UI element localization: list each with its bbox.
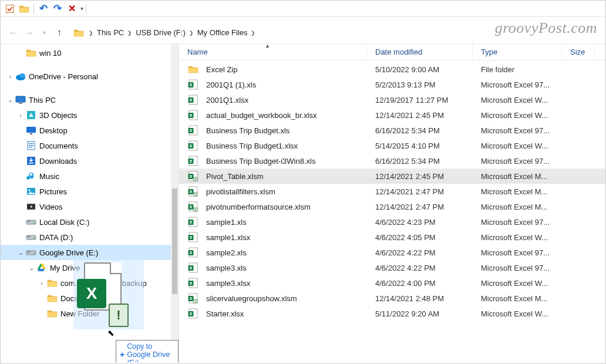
file-name: sample1.xls: [206, 218, 247, 227]
file-row[interactable]: sample1.xls4/6/2022 4:23 PMMicrosoft Exc…: [179, 214, 605, 230]
file-row[interactable]: pivotlistallfilters.xlsm12/14/2021 2:47 …: [179, 184, 605, 199]
file-type-cell: Microsoft Excel W...: [473, 233, 562, 242]
tree-item[interactable]: ›OneDrive - Personal: [1, 69, 171, 84]
folder-icon: [187, 63, 199, 75]
file-name: Business Trip Budget1.xlsx: [206, 141, 298, 150]
tree-item[interactable]: Local Disk (C:): [1, 214, 171, 230]
tree-expander-icon[interactable]: ›: [16, 112, 25, 119]
autosave-checkbox-icon[interactable]: [4, 3, 16, 15]
tree-item[interactable]: ⌄Google Drive (E:): [1, 245, 171, 260]
onedrive-icon: [15, 70, 26, 82]
toolbar-separator: [86, 4, 86, 14]
xls-icon: [187, 79, 199, 90]
file-row[interactable]: Business Trip Budget.xls6/16/2012 5:34 P…: [179, 123, 605, 138]
column-header-size[interactable]: Size: [562, 44, 595, 60]
undo-button[interactable]: ↶: [38, 3, 49, 15]
tree-item[interactable]: Downloads: [1, 153, 171, 168]
tree-item[interactable]: Pictures: [1, 184, 171, 199]
file-date-cell: 4/6/2022 4:23 PM: [367, 218, 473, 227]
file-name-cell: slicervaluegroupshow.xlsm: [179, 292, 367, 304]
tree-item[interactable]: Music: [1, 168, 171, 184]
documents-icon: [25, 140, 37, 151]
tree-item[interactable]: DATA (D:): [1, 230, 171, 245]
folder-icon: [46, 292, 58, 304]
file-row[interactable]: Business Trip Budget-i3Win8.xls6/16/2012…: [179, 153, 605, 168]
nav-up-button[interactable]: ↑: [52, 26, 66, 40]
file-name-cell: Excel Zip: [179, 63, 367, 75]
file-row[interactable]: pivotnumberformatsource.xlsm12/14/2021 2…: [179, 199, 605, 214]
file-type-cell: Microsoft Excel M...: [473, 172, 562, 181]
file-name: sample2.xls: [206, 248, 247, 257]
tree-item[interactable]: Desktop: [1, 123, 171, 138]
tree-expander-icon[interactable]: ⌄: [26, 264, 36, 272]
file-row[interactable]: Pivot_Table.xlsm12/14/2021 2:45 PMMicros…: [179, 168, 605, 184]
folder-icon: [46, 308, 58, 319]
file-row[interactable]: sample3.xlsx4/6/2022 4:00 PMMicrosoft Ex…: [179, 275, 605, 291]
file-row[interactable]: Excel Zip5/10/2022 9:00 AMFile folder: [179, 62, 605, 77]
delete-button[interactable]: ✕: [66, 3, 78, 15]
file-name: slicervaluegroupshow.xlsm: [206, 294, 297, 303]
tree-item[interactable]: ⌄My Drive: [1, 260, 171, 275]
customize-toolbar-chevron[interactable]: ▾: [80, 5, 83, 12]
tree-item[interactable]: New Folder: [1, 306, 171, 321]
tree-item[interactable]: ›3D Objects: [1, 107, 171, 123]
nav-history-chevron[interactable]: ▾: [37, 26, 51, 40]
music-icon: [25, 170, 37, 182]
breadcrumb-chevron-icon[interactable]: ❯: [251, 30, 255, 36]
file-row[interactable]: Starter.xlsx5/11/2022 9:20 AMMicrosoft E…: [179, 306, 605, 321]
file-row[interactable]: 2001Q1.xlsx12/19/2017 11:27 PMMicrosoft …: [179, 92, 605, 107]
column-header-date[interactable]: Date modified: [367, 44, 473, 60]
tree-expander-icon[interactable]: ⌄: [16, 249, 25, 257]
file-type-cell: Microsoft Excel 97...: [473, 248, 562, 257]
tree-expander-icon[interactable]: ⌄: [5, 96, 15, 104]
file-name-cell: sample1.xlsx: [179, 231, 367, 243]
xls-icon: [187, 155, 199, 167]
file-name: 2001Q1.xlsx: [206, 96, 248, 105]
folder-icon: [25, 47, 37, 59]
breadcrumb-item[interactable]: USB Drive (F:): [136, 28, 186, 37]
thispc-icon: [15, 94, 26, 106]
tree-item[interactable]: ›com.koushikdutta.backup: [1, 275, 171, 291]
file-row[interactable]: 2001Q1 (1).xls5/2/2013 9:13 PMMicrosoft …: [179, 77, 605, 92]
tree-item[interactable]: Videos: [1, 199, 171, 214]
file-row[interactable]: sample1.xlsx4/6/2022 4:05 PMMicrosoft Ex…: [179, 230, 605, 245]
file-name: sample3.xlsx: [206, 279, 250, 288]
nav-back-button[interactable]: ←: [6, 26, 21, 40]
breadcrumb-chevron-icon[interactable]: ❯: [189, 30, 194, 36]
file-type-cell: Microsoft Excel W...: [473, 141, 562, 150]
tree-item[interactable]: win 10: [1, 45, 171, 60]
column-header-type[interactable]: Type: [473, 44, 562, 60]
file-name: Business Trip Budget.xls: [206, 126, 289, 135]
tree-expander-icon[interactable]: ›: [5, 73, 15, 80]
file-list-pane: ▲ Name Date modified Type Size Excel Zip…: [179, 44, 605, 362]
breadcrumb-item[interactable]: This PC: [97, 28, 124, 37]
file-row[interactable]: sample2.xls4/6/2022 4:22 PMMicrosoft Exc…: [179, 245, 605, 260]
file-row[interactable]: Business Trip Budget1.xlsx5/14/2015 4:10…: [179, 138, 605, 153]
file-row[interactable]: actual_budget_workbook_br.xlsx12/14/2021…: [179, 107, 605, 123]
file-row[interactable]: sample3.xls4/6/2022 4:22 PMMicrosoft Exc…: [179, 260, 605, 275]
tree-item-label: DATA (D:): [39, 233, 73, 242]
tree-item[interactable]: ⌄This PC: [1, 92, 171, 107]
folder-icon[interactable]: [18, 3, 30, 15]
tree-expander-icon[interactable]: ›: [37, 279, 46, 287]
scrollbar-thumb[interactable]: [172, 188, 177, 294]
breadcrumb-chevron-icon[interactable]: ❯: [127, 30, 132, 36]
tree-item-label: Documents: [39, 141, 78, 150]
tree-item[interactable]: Docs: [1, 291, 171, 306]
file-row[interactable]: slicervaluegroupshow.xlsm12/14/2021 2:48…: [179, 291, 605, 306]
tree-item-label: This PC: [29, 96, 56, 105]
nav-scrollbar[interactable]: [171, 44, 179, 362]
drive-icon: [25, 216, 37, 228]
column-header-name[interactable]: Name: [179, 44, 367, 60]
breadcrumb-item[interactable]: My Office Files: [197, 28, 248, 37]
redo-button[interactable]: ↷: [52, 3, 63, 15]
breadcrumb-chevron-icon[interactable]: ❯: [89, 30, 93, 36]
nav-forward-button[interactable]: →: [22, 26, 36, 40]
tree-item-label: Local Disk (C:): [39, 218, 89, 227]
file-date-cell: 4/6/2022 4:22 PM: [367, 248, 473, 257]
file-name: pivotlistallfilters.xlsm: [206, 187, 275, 196]
breadcrumb-bar[interactable]: ❯ This PC ❯ USB Drive (F:) ❯ My Office F…: [70, 25, 600, 41]
tree-item[interactable]: Documents: [1, 138, 171, 153]
file-type-cell: Microsoft Excel 97...: [473, 218, 562, 227]
file-date-cell: 5/10/2022 9:00 AM: [367, 65, 473, 74]
